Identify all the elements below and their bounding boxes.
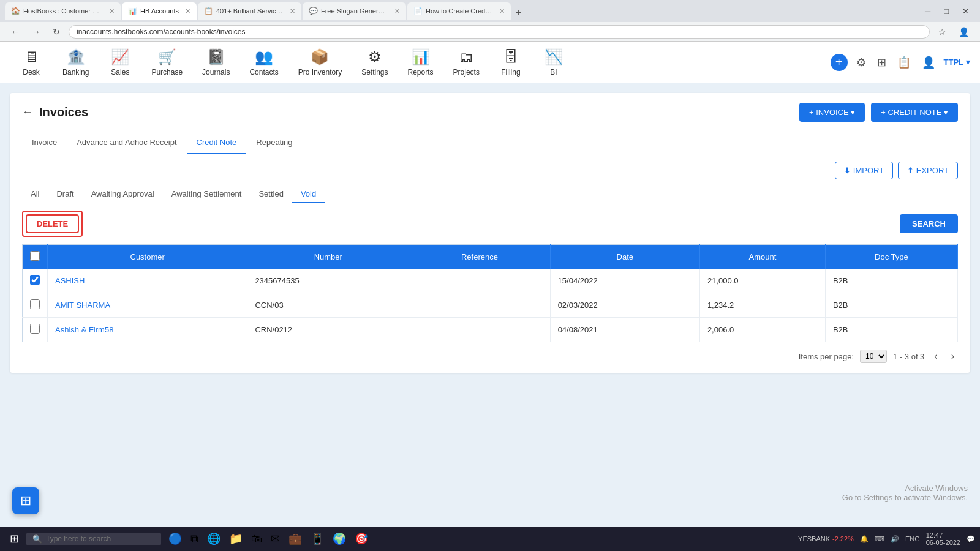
nav-label-journals: Journals bbox=[202, 68, 230, 77]
tab-4-favicon: 💬 bbox=[309, 7, 317, 15]
row2-reference bbox=[409, 293, 550, 318]
row1-checkbox[interactable] bbox=[30, 275, 40, 285]
bi-icon: 📉 bbox=[545, 48, 563, 66]
tab-1-favicon: 🏠 bbox=[11, 7, 20, 15]
nav-item-desk[interactable]: 🖥 Desk bbox=[10, 43, 53, 81]
nav-icons: 🖥 Desk 🏦 Banking 📈 Sales 🛒 Purchase 📓 Jo… bbox=[10, 43, 831, 81]
row3-checkbox[interactable] bbox=[30, 324, 40, 334]
tab-4[interactable]: 💬 Free Slogan Generator - Online… ✕ bbox=[303, 2, 406, 20]
nav-item-bi[interactable]: 📉 BI bbox=[532, 43, 575, 81]
company-selector[interactable]: TTPL ▾ bbox=[944, 58, 971, 67]
tab-3-title: 401+ Brilliant Service Company… bbox=[216, 7, 284, 15]
doc-icon-button[interactable]: 📋 bbox=[895, 53, 913, 72]
nav-label-reports: Reports bbox=[408, 68, 434, 77]
reload-button[interactable]: ↻ bbox=[49, 26, 64, 38]
export-button[interactable]: ⬆ EXPORT bbox=[898, 162, 958, 179]
nav-item-purchase[interactable]: 🛒 Purchase bbox=[141, 43, 192, 81]
nav-item-settings[interactable]: ⚙ Settings bbox=[352, 43, 398, 81]
filter-awaiting-settlement[interactable]: Awaiting Settlement bbox=[163, 186, 251, 203]
tab-invoice[interactable]: Invoice bbox=[22, 132, 67, 154]
pagination: Items per page: 10 1 - 3 of 3 ‹ › bbox=[22, 350, 958, 363]
user-circle-icon-button[interactable]: 👤 bbox=[919, 53, 938, 72]
row1-customer[interactable]: ASHISH bbox=[48, 269, 247, 293]
filter-all[interactable]: All bbox=[22, 186, 48, 203]
table-row: AMIT SHARMA CCN/03 02/03/2022 1,234.2 B2… bbox=[23, 293, 958, 318]
nav-item-journals[interactable]: 📓 Journals bbox=[192, 43, 239, 81]
company-name: TTPL bbox=[944, 58, 964, 67]
prev-page-button[interactable]: ‹ bbox=[930, 350, 941, 363]
nav-item-banking[interactable]: 🏦 Banking bbox=[53, 43, 99, 81]
credit-note-add-button[interactable]: + CREDIT NOTE ▾ bbox=[871, 103, 958, 122]
purchase-icon: 🛒 bbox=[158, 48, 176, 66]
tab-advance[interactable]: Advance and Adhoc Receipt bbox=[67, 132, 186, 154]
new-tab-button[interactable]: + bbox=[512, 6, 525, 20]
window-controls: ─ □ ✕ bbox=[919, 4, 975, 18]
filter-tabs: All Draft Awaiting Approval Awaiting Set… bbox=[22, 186, 325, 203]
add-button[interactable]: + bbox=[831, 54, 848, 71]
back-nav-button[interactable]: ← bbox=[7, 26, 23, 38]
invoice-add-button[interactable]: + INVOICE ▾ bbox=[799, 103, 865, 122]
nav-item-contacts[interactable]: 👥 Contacts bbox=[239, 43, 288, 81]
gear-icon-button[interactable]: ⚙ bbox=[854, 53, 869, 72]
tab-repeating[interactable]: Repeating bbox=[246, 132, 302, 154]
filter-draft[interactable]: Draft bbox=[48, 186, 82, 203]
per-page-select[interactable]: 10 bbox=[860, 350, 887, 363]
address-bar: ← → ↻ ☆ 👤 bbox=[0, 22, 980, 42]
tab-1-close[interactable]: ✕ bbox=[109, 7, 115, 15]
url-field[interactable] bbox=[69, 25, 930, 39]
row3-amount: 2,006.0 bbox=[699, 318, 825, 342]
tab-credit-note[interactable]: Credit Note bbox=[187, 132, 247, 154]
nav-label-contacts: Contacts bbox=[249, 68, 278, 77]
projects-icon: 🗂 bbox=[459, 48, 473, 66]
page-title: Invoices bbox=[39, 105, 88, 119]
forward-nav-button[interactable]: → bbox=[28, 26, 44, 38]
next-page-button[interactable]: › bbox=[948, 350, 958, 363]
col-amount: Amount bbox=[699, 245, 825, 269]
tab-4-close[interactable]: ✕ bbox=[394, 7, 400, 15]
page-title-row: ← Invoices bbox=[22, 105, 88, 119]
filter-settled[interactable]: Settled bbox=[250, 186, 292, 203]
row1-amount: 21,000.0 bbox=[699, 269, 825, 293]
select-all-checkbox[interactable] bbox=[30, 251, 40, 261]
back-button[interactable]: ← bbox=[22, 106, 33, 119]
reports-icon: 📊 bbox=[412, 48, 430, 66]
tab-5-close[interactable]: ✕ bbox=[499, 7, 505, 15]
row3-number: CRN/0212 bbox=[247, 318, 409, 342]
tab-2-close[interactable]: ✕ bbox=[185, 7, 190, 15]
row3-reference bbox=[409, 318, 550, 342]
col-doc-type: Doc Type bbox=[825, 245, 957, 269]
nav-item-sales[interactable]: 📈 Sales bbox=[99, 43, 141, 81]
row3-customer[interactable]: Ashish & Firm58 bbox=[48, 318, 247, 342]
tab-5[interactable]: 📄 How to Create Credit Note - Go… ✕ bbox=[407, 2, 511, 20]
import-button[interactable]: ⬇ IMPORT bbox=[835, 162, 893, 179]
row1-doc-type: B2B bbox=[825, 269, 957, 293]
delete-button[interactable]: DELETE bbox=[26, 214, 79, 233]
row2-customer[interactable]: AMIT SHARMA bbox=[48, 293, 247, 318]
tab-1[interactable]: 🏠 HostBooks : Customer Portal ✕ bbox=[5, 2, 121, 20]
journals-icon: 📓 bbox=[207, 48, 225, 66]
close-window-button[interactable]: ✕ bbox=[956, 4, 975, 18]
profile-button[interactable]: 👤 bbox=[955, 26, 973, 38]
tab-2-favicon: 📊 bbox=[128, 7, 137, 15]
floating-action-button[interactable]: ⊞ bbox=[12, 487, 39, 514]
maximize-button[interactable]: □ bbox=[938, 4, 955, 18]
tab-3-close[interactable]: ✕ bbox=[290, 7, 295, 15]
grid-icon-button[interactable]: ⊞ bbox=[875, 53, 889, 72]
invoices-card: ← Invoices + INVOICE ▾ + CREDIT NOTE ▾ I… bbox=[10, 93, 970, 373]
minimize-button[interactable]: ─ bbox=[919, 4, 937, 18]
bookmark-button[interactable]: ☆ bbox=[935, 26, 950, 38]
filter-void[interactable]: Void bbox=[292, 186, 325, 203]
tab-3[interactable]: 📋 401+ Brilliant Service Company… ✕ bbox=[198, 2, 301, 20]
tab-bar: 🏠 HostBooks : Customer Portal ✕ 📊 HB Acc… bbox=[5, 2, 916, 20]
floating-grid-icon: ⊞ bbox=[20, 493, 31, 509]
banking-icon: 🏦 bbox=[67, 48, 85, 66]
nav-item-reports[interactable]: 📊 Reports bbox=[398, 43, 443, 81]
row2-checkbox[interactable] bbox=[30, 299, 40, 309]
tab-4-title: Free Slogan Generator - Online… bbox=[321, 7, 388, 15]
nav-item-pro-inventory[interactable]: 📦 Pro Inventory bbox=[288, 43, 352, 81]
nav-item-filling[interactable]: 🗄 Filling bbox=[489, 43, 532, 81]
tab-2[interactable]: 📊 HB Accounts ✕ bbox=[122, 2, 197, 20]
search-button[interactable]: SEARCH bbox=[900, 214, 958, 233]
filter-awaiting-approval[interactable]: Awaiting Approval bbox=[83, 186, 163, 203]
nav-item-projects[interactable]: 🗂 Projects bbox=[443, 43, 489, 81]
